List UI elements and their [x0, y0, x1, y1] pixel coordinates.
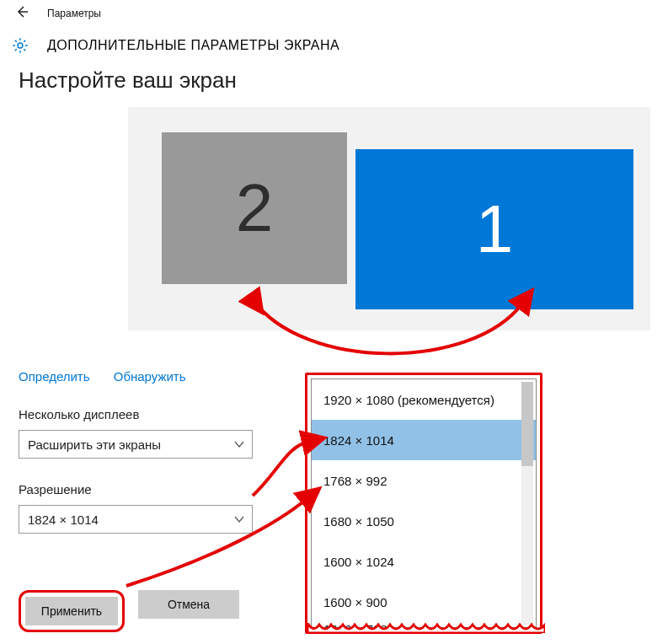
- scrollbar-thumb[interactable]: [521, 382, 533, 466]
- page-title: ДОПОЛНИТЕЛЬНЫЕ ПАРАМЕТРЫ ЭКРАНА: [47, 38, 339, 53]
- monitor-secondary[interactable]: 2: [162, 132, 347, 284]
- identify-link[interactable]: Определить: [19, 369, 90, 384]
- gear-icon: [10, 35, 30, 56]
- multi-display-value: Расширить эти экраны: [28, 437, 161, 452]
- resolution-option[interactable]: 1768 × 992: [312, 460, 536, 501]
- resolution-options-list[interactable]: 1920 × 1080 (рекомендуется) 1824 × 1014 …: [311, 378, 537, 628]
- page-header: ДОПОЛНИТЕЛЬНЫЕ ПАРАМЕТРЫ ЭКРАНА: [0, 27, 668, 62]
- resolution-option[interactable]: 1680 × 1050: [312, 501, 536, 541]
- monitor-primary-label: 1: [476, 191, 514, 268]
- resolution-value: 1824 × 1014: [28, 513, 99, 527]
- resolution-combo[interactable]: 1824 × 1014: [19, 505, 253, 534]
- resolution-option-selected[interactable]: 1824 × 1014: [312, 420, 536, 460]
- back-icon[interactable]: [15, 5, 29, 22]
- apply-button-highlight: Применить: [19, 590, 125, 632]
- section-title: Настройте ваш экран: [19, 67, 649, 94]
- chevron-down-icon: [233, 513, 245, 525]
- multi-display-combo[interactable]: Расширить эти экраны: [19, 430, 253, 459]
- cancel-button[interactable]: Отмена: [138, 590, 239, 619]
- apply-button[interactable]: Применить: [25, 597, 118, 625]
- chevron-down-icon: [233, 438, 245, 450]
- resolution-option[interactable]: 1920 × 1080 (рекомендуется): [312, 379, 536, 420]
- titlebar: Параметры: [0, 0, 668, 27]
- svg-point-0: [18, 43, 23, 48]
- display-arrangement-area[interactable]: 2 1: [128, 107, 650, 330]
- resolution-option[interactable]: 1600 × 1024: [312, 541, 536, 582]
- monitor-secondary-label: 2: [236, 169, 274, 247]
- resolution-option[interactable]: 1600 × 900: [312, 582, 536, 622]
- resolution-dropdown: 1920 × 1080 (рекомендуется) 1824 × 1014 …: [305, 373, 542, 634]
- monitor-primary[interactable]: 1: [355, 149, 633, 309]
- action-buttons: Применить Отмена: [19, 590, 239, 632]
- titlebar-label: Параметры: [47, 8, 101, 19]
- torn-edge-decoration: [307, 623, 545, 633]
- scrollbar-track[interactable]: [521, 382, 533, 625]
- detect-link[interactable]: Обнаружить: [114, 369, 186, 384]
